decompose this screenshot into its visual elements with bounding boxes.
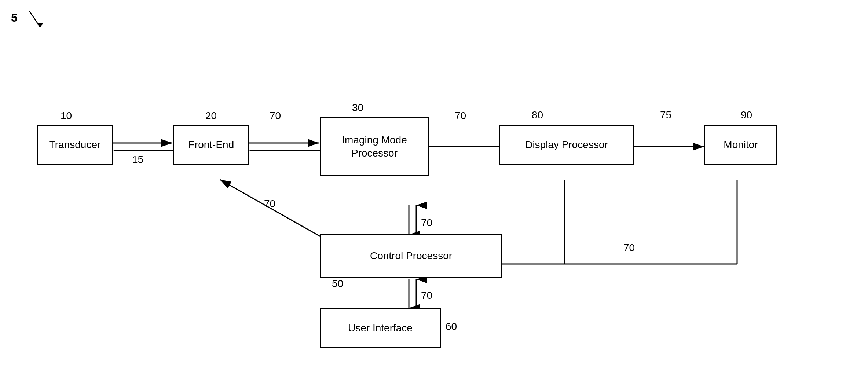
monitor-block: Monitor — [704, 125, 777, 165]
svg-line-0 — [29, 11, 40, 27]
display-ref: 80 — [532, 109, 543, 121]
ref70-fe-img: 70 — [270, 110, 281, 122]
ref75-label: 75 — [660, 109, 671, 121]
frontend-ref: 20 — [205, 110, 217, 122]
monitor-ref: 90 — [741, 109, 752, 121]
figure-arrow — [7, 7, 51, 37]
ref70-ctrl-ui: 70 — [421, 290, 432, 301]
ref15-label: 15 — [132, 154, 143, 166]
userinterface-ref: 60 — [446, 321, 457, 333]
frontend-block: Front-End — [173, 125, 249, 165]
imaging-ref: 30 — [352, 102, 363, 114]
control-block: Control Processor — [320, 234, 502, 278]
transducer-ref: 10 — [61, 110, 72, 122]
diagram: 5 — [0, 0, 868, 367]
transducer-block: Transducer — [37, 125, 113, 165]
userinterface-block: User Interface — [320, 308, 441, 348]
ref70-img-disp: 70 — [455, 110, 466, 122]
svg-line-15 — [220, 180, 330, 242]
display-block: Display Processor — [499, 125, 634, 165]
imaging-block: Imaging Mode Processor — [320, 117, 429, 176]
ref70-ctrl-fe: 70 — [264, 198, 275, 210]
ref70-ctrl-img: 70 — [421, 217, 432, 229]
control-ref: 50 — [332, 278, 343, 290]
ref70-mon-ctrl: 70 — [623, 242, 635, 254]
